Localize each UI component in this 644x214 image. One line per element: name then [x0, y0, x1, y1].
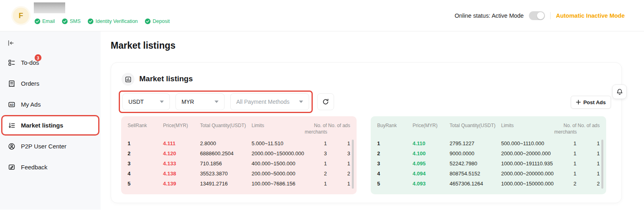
check-circle-icon: [145, 19, 151, 24]
cell: 1: [377, 140, 413, 146]
column-header: Price(MYR): [413, 123, 450, 135]
online-status-toggle[interactable]: [529, 11, 545, 20]
header-right-cluster: Online status: Active Mode Automatic Ina…: [455, 0, 625, 31]
refresh-button[interactable]: [317, 93, 334, 110]
sidebar-item-market-listings[interactable]: Market listings: [2, 117, 98, 134]
verification-badges: EmailSMSIdentity VerificationDeposit: [35, 19, 170, 24]
cell: 400.000~1500.000: [252, 160, 305, 167]
orders-icon: [8, 80, 15, 87]
cell: 1: [554, 150, 576, 156]
price-cell: 4.111: [163, 140, 200, 146]
price-cell: 4.100: [413, 150, 450, 156]
chevron-down-icon: [215, 101, 219, 103]
cell: 3: [327, 150, 350, 156]
sidebar-item-my-ads[interactable]: ADMy Ads: [2, 96, 98, 113]
table-row: 14.1102795.1227500.000~1110.00011: [377, 138, 600, 148]
app-root: F EmailSMSIdentity VerificationDeposit O…: [0, 0, 644, 214]
cell: 5: [377, 181, 413, 187]
table-row: 44.13835523.3870200.000~5000.00022: [128, 169, 350, 179]
post-ads-button[interactable]: Post Ads: [571, 96, 611, 109]
chart-icon: [122, 73, 134, 86]
top-header: F EmailSMSIdentity VerificationDeposit O…: [0, 0, 644, 31]
cell: 2000.000~150000.000: [252, 150, 305, 156]
fiat-select-value: MYR: [182, 99, 194, 105]
toggle-knob: [537, 12, 544, 19]
verification-badge: Identity Verification: [88, 19, 138, 24]
sell-table-header: SellRankPrice(MYR)Total Quantity(USDT)Li…: [128, 123, 350, 135]
payment-method-select[interactable]: All Payment Methods: [230, 93, 309, 110]
price-cell: 4.094: [413, 171, 450, 177]
payment-method-select-value: All Payment Methods: [236, 99, 289, 105]
todo-list-icon: [8, 59, 15, 66]
badge-label: Deposit: [153, 19, 169, 24]
cell: 2: [554, 181, 576, 187]
sidebar-item-to-dos[interactable]: To-dos3: [2, 54, 98, 71]
announcement-bell-button[interactable]: [612, 84, 627, 99]
sidebar-nav: To-dos3OrdersADMy AdsMarket listingsP2P …: [0, 54, 101, 176]
check-circle-icon: [62, 19, 68, 24]
table-row: 54.0934657306.12641000.000~150000.00022: [377, 179, 600, 189]
cell: 5: [128, 181, 163, 187]
cell: 6888600.2504: [200, 150, 252, 156]
table-row: 24.1009000.00002000.000~20000.00011: [377, 148, 600, 158]
badge-label: Email: [42, 19, 55, 24]
online-status-label: Online status: Active Mode: [455, 12, 524, 19]
cell: 4657306.1264: [450, 181, 501, 187]
buy-table-body: 14.1102795.1227500.000~1110.0001124.1009…: [377, 138, 600, 189]
card-title: Market listings: [139, 74, 193, 83]
column-header: Total Quantity(USDT): [450, 123, 501, 135]
cell: 1: [327, 140, 350, 146]
chevron-down-icon: [160, 101, 164, 103]
scrollbar[interactable]: [352, 140, 354, 189]
cell: 5.000~11.510: [252, 140, 305, 146]
cell: 1: [554, 140, 576, 146]
cell: 1: [554, 171, 576, 177]
check-circle-icon: [35, 19, 40, 24]
todo-count-badge: 3: [35, 54, 41, 61]
table-row: 24.1206888600.25042000.000~150000.00033: [128, 148, 350, 158]
automatic-inactive-mode-link[interactable]: Automatic Inactive Mode: [556, 12, 625, 19]
sell-table-body: 14.1112.80005.000~11.5101124.1206888600.…: [128, 138, 350, 189]
cell: 2: [377, 150, 413, 156]
cell: 3: [128, 160, 163, 167]
cell: 1: [576, 140, 600, 146]
cell: 2000.000~20000.000: [501, 150, 554, 156]
price-cell: 4.120: [163, 150, 200, 156]
fiat-select[interactable]: MYR: [175, 93, 225, 110]
scrollbar[interactable]: [601, 140, 603, 189]
table-row: 44.094808754.51522000.000~200000.00011: [377, 169, 600, 179]
cell: 3: [305, 150, 327, 156]
column-header: No. of ads: [576, 123, 600, 135]
sidebar-item-p2p-user-center[interactable]: P2P User Center: [2, 138, 98, 155]
ad-icon: AD: [8, 101, 15, 108]
cell: 1: [327, 181, 350, 187]
cell: 3: [377, 160, 413, 167]
cell: 2795.1227: [450, 140, 501, 146]
table-row: 14.1112.80005.000~11.51011: [128, 138, 350, 148]
sidebar-item-orders[interactable]: Orders: [2, 75, 98, 92]
cell: 2: [128, 150, 163, 156]
svg-text:AD: AD: [10, 103, 14, 106]
cell: 1000.000~191110.935: [501, 160, 554, 167]
cell: 4: [377, 171, 413, 177]
cell: 808754.5152: [450, 171, 501, 177]
sidebar-item-label: P2P User Center: [21, 143, 66, 150]
filters-group: USDT MYR All Payment Methods: [122, 93, 309, 110]
cell: 500.000~1110.000: [501, 140, 554, 146]
sell-listings-table: SellRankPrice(MYR)Total Quantity(USDT)Li…: [121, 116, 357, 194]
price-cell: 4.095: [413, 160, 450, 167]
table-row: 54.13913491.2716100.000~7686.15611: [128, 179, 350, 189]
cell: 2: [576, 181, 600, 187]
buy-listings-table: BuyRankPrice(MYR)Total Quantity(USDT)Lim…: [371, 116, 606, 194]
feedback-icon: [8, 164, 15, 171]
sidebar-item-feedback[interactable]: Feedback: [2, 158, 98, 176]
collapse-sidebar-icon[interactable]: [7, 39, 14, 47]
cell: 52242.7980: [450, 160, 501, 167]
column-header: Price(MYR): [163, 123, 200, 135]
cell: 710.1856: [200, 160, 252, 167]
coin-select[interactable]: USDT: [122, 93, 170, 110]
cell: 2.8000: [200, 140, 252, 146]
sidebar-item-label: Orders: [21, 80, 39, 87]
price-cell: 4.139: [163, 181, 200, 187]
column-header: Total Quantity(USDT): [200, 123, 252, 135]
